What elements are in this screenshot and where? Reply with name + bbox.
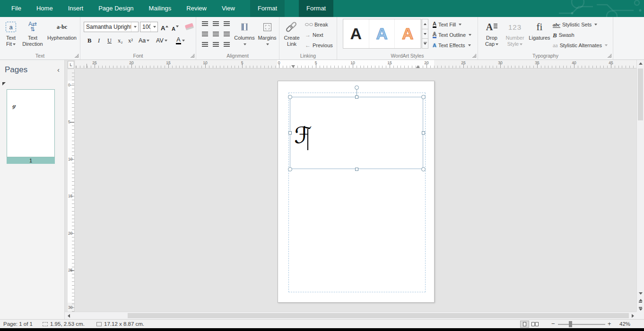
- character-spacing-button[interactable]: AV: [155, 36, 168, 45]
- text-dialog-launcher-icon[interactable]: [75, 54, 78, 58]
- font-color-button[interactable]: A: [175, 36, 186, 45]
- resize-handle-e[interactable]: [422, 131, 425, 135]
- next-page-button[interactable]: [637, 305, 644, 312]
- clear-formatting-button[interactable]: [185, 23, 194, 31]
- wordart-dialog-launcher-icon[interactable]: [472, 54, 476, 58]
- resize-handle-n[interactable]: [355, 95, 358, 99]
- tab-file[interactable]: File: [4, 0, 29, 17]
- resize-handle-w[interactable]: [288, 131, 292, 135]
- text-outline-button[interactable]: A Text Outline: [433, 30, 471, 40]
- two-page-spread-view-button[interactable]: [531, 321, 540, 328]
- font-name-select[interactable]: Samantha Upright: [84, 22, 139, 32]
- break-link-button[interactable]: Break: [305, 20, 328, 29]
- align-top-left-button[interactable]: [200, 19, 210, 28]
- scroll-right-button[interactable]: [629, 312, 636, 319]
- horizontal-scrollbar[interactable]: [65, 312, 636, 319]
- tab-mailings[interactable]: Mailings: [141, 0, 179, 17]
- text-direction-button[interactable]: A⇄⇅ Text Direction: [21, 18, 44, 47]
- text-fit-button[interactable]: a Text Fit: [2, 18, 20, 47]
- page-thumbnail[interactable]: ℊ: [7, 89, 55, 157]
- pages-panel: Pages ‹ ℊ 1: [0, 60, 65, 319]
- tab-page-design[interactable]: Page Design: [91, 0, 141, 17]
- zoom-slider-thumb[interactable]: [569, 321, 572, 327]
- scroll-left-button[interactable]: [65, 312, 72, 319]
- previous-page-button[interactable]: [637, 297, 644, 305]
- italic-button[interactable]: I: [97, 36, 101, 45]
- scroll-down-button[interactable]: [637, 290, 644, 297]
- grow-font-button[interactable]: A: [161, 22, 168, 32]
- subscript-button[interactable]: x₂: [117, 36, 124, 45]
- columns-button[interactable]: Columns: [234, 18, 255, 47]
- bold-button[interactable]: B: [87, 36, 92, 45]
- margins-button[interactable]: Margins: [257, 18, 278, 47]
- rotate-handle[interactable]: [355, 85, 359, 90]
- tab-review[interactable]: Review: [179, 0, 214, 17]
- resize-handle-se[interactable]: [421, 167, 426, 171]
- vertical-ruler[interactable]: 0 5 10 15 20 25 30: [68, 69, 75, 312]
- align-bottom-center-button[interactable]: [211, 40, 221, 49]
- previous-link-button[interactable]: ← Previous: [305, 41, 333, 50]
- page-number-badge[interactable]: 1: [7, 157, 55, 164]
- gallery-more-button[interactable]: [422, 39, 428, 49]
- gallery-scroll-down-button[interactable]: [422, 29, 428, 39]
- horizontal-ruler[interactable]: 25 20 15 10 5 0 5 10 15 20 25 30 35 40 4…: [75, 60, 636, 68]
- resize-handle-ne[interactable]: [421, 95, 426, 99]
- shrink-font-button[interactable]: A: [172, 22, 179, 32]
- align-middle-left-button[interactable]: [200, 30, 210, 38]
- tab-home[interactable]: Home: [29, 0, 61, 17]
- align-top-center-button[interactable]: [211, 19, 221, 28]
- typography-dialog-launcher-icon[interactable]: [608, 54, 611, 58]
- wordart-style-plain[interactable]: A: [343, 19, 369, 48]
- next-link-button[interactable]: → Next: [305, 30, 323, 40]
- selected-text-box[interactable]: ℱ: [290, 97, 423, 169]
- vertical-scrollbar[interactable]: [636, 60, 644, 319]
- number-style-button[interactable]: 123 Number Style: [504, 18, 526, 47]
- wordart-style-blue-outline[interactable]: A: [369, 19, 395, 48]
- hyphenation-button[interactable]: a-bc Hyphenation: [45, 18, 78, 41]
- chevron-down-icon[interactable]: [131, 22, 138, 32]
- tab-selector[interactable]: L: [68, 61, 74, 68]
- resize-handle-nw[interactable]: [288, 95, 292, 99]
- drop-cap-button[interactable]: A Drop Cap: [482, 18, 502, 47]
- canvas[interactable]: ℱ: [75, 69, 636, 312]
- ligatures-button[interactable]: fi Ligatures: [528, 18, 551, 41]
- align-bottom-right-button[interactable]: [222, 40, 232, 49]
- scroll-up-button[interactable]: [637, 60, 644, 67]
- single-page-view-button[interactable]: [520, 321, 529, 328]
- publication-page[interactable]: ℱ: [278, 81, 435, 303]
- swash-button[interactable]: B Swash: [553, 30, 574, 40]
- stylistic-sets-button[interactable]: abc Stylistic Sets: [553, 20, 597, 29]
- tab-format-text-box-tools[interactable]: Format: [299, 0, 333, 17]
- margin-marker-icon[interactable]: [291, 65, 295, 68]
- align-bottom-left-button[interactable]: [200, 40, 210, 49]
- zoom-out-button[interactable]: −: [551, 320, 555, 328]
- tab-format-drawing-tools[interactable]: Format: [250, 0, 285, 17]
- gallery-scroll-up-button[interactable]: [422, 19, 428, 29]
- stylistic-alternates-button[interactable]: aa Stylistic Alternates: [553, 41, 608, 50]
- superscript-button[interactable]: x²: [127, 36, 134, 45]
- section-collapse-icon[interactable]: [2, 82, 6, 85]
- chevron-down-icon[interactable]: [150, 22, 157, 32]
- margin-marker-icon[interactable]: [416, 65, 420, 68]
- create-link-button[interactable]: Create Link: [280, 18, 303, 47]
- tab-view[interactable]: View: [214, 0, 243, 17]
- wordart-style-orange-fill[interactable]: A: [395, 19, 421, 48]
- align-top-right-button[interactable]: [222, 19, 232, 28]
- zoom-slider-track[interactable]: [558, 324, 605, 325]
- tab-insert[interactable]: Insert: [61, 0, 91, 17]
- font-size-select[interactable]: 100: [140, 22, 158, 32]
- change-case-button[interactable]: Aa: [138, 36, 150, 45]
- underline-button[interactable]: U: [106, 36, 113, 45]
- zoom-level[interactable]: 42%: [619, 320, 630, 328]
- vertical-scroll-thumb[interactable]: [638, 68, 643, 120]
- text-fill-button[interactable]: A Text Fill: [433, 20, 461, 29]
- resize-handle-sw[interactable]: [288, 167, 292, 171]
- collapse-panel-icon[interactable]: ‹: [57, 66, 60, 74]
- resize-handle-s[interactable]: [355, 168, 358, 171]
- zoom-in-button[interactable]: +: [608, 320, 611, 328]
- text-effects-button[interactable]: A Text Effects: [433, 41, 471, 50]
- font-dialog-launcher-icon[interactable]: [191, 54, 194, 58]
- align-middle-right-button[interactable]: [222, 30, 232, 38]
- horizontal-scroll-thumb[interactable]: [128, 313, 629, 318]
- align-middle-center-button[interactable]: [211, 30, 221, 38]
